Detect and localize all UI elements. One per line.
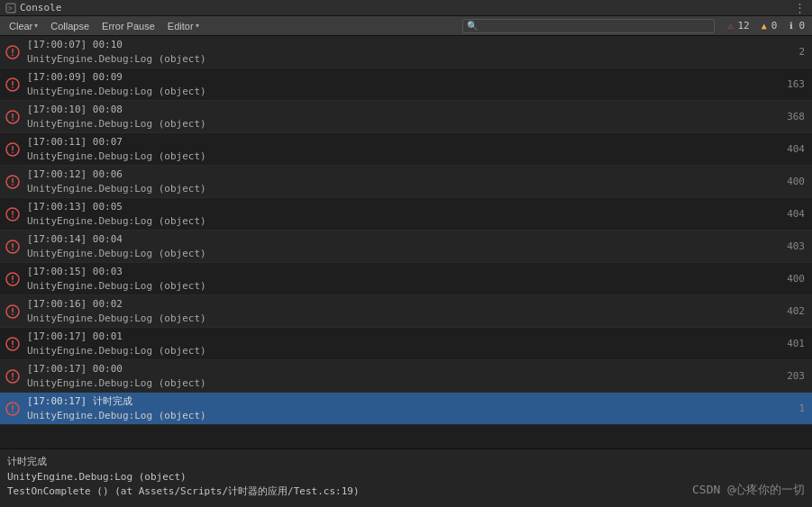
log-msg: UnityEngine.Debug:Log (object) xyxy=(27,52,780,66)
log-time: [17:00:17] 00:00 xyxy=(27,362,780,376)
console-icon: >_ xyxy=(5,3,16,14)
svg-text:!: ! xyxy=(10,306,16,318)
title-menu-button[interactable]: ⋮ xyxy=(794,1,807,14)
clear-button[interactable]: Clear ▾ xyxy=(4,18,43,34)
log-error-icon: ! xyxy=(4,238,22,256)
log-time: [17:00:10] 00:08 xyxy=(27,103,780,116)
log-count: 404 xyxy=(780,208,808,220)
bottom-line1: 计时完成 xyxy=(7,455,360,470)
svg-text:>_: >_ xyxy=(8,5,16,13)
title-label: Console xyxy=(20,2,61,14)
log-time: [17:00:16] 00:02 xyxy=(27,297,780,311)
watermark: CSDN @心疼你的一切 xyxy=(692,482,805,502)
log-error-icon: ! xyxy=(4,400,22,418)
log-time: [17:00:17] 计时完成 xyxy=(27,394,780,408)
info-icon: ℹ xyxy=(786,21,797,32)
log-msg: UnityEngine.Debug:Log (object) xyxy=(27,344,780,358)
toolbar: Clear ▾ Collapse Error Pause Editor ▾ 🔍 … xyxy=(0,16,812,36)
bottom-panel: 计时完成 UnityEngine.Debug:Log (object) Test… xyxy=(0,448,812,507)
collapse-button[interactable]: Collapse xyxy=(45,18,95,34)
log-error-icon: ! xyxy=(4,140,22,158)
log-row[interactable]: ! [17:00:09] 00:09 UnityEngine.Debug:Log… xyxy=(0,68,812,101)
log-count: 1 xyxy=(780,403,808,414)
svg-text:!: ! xyxy=(10,403,16,415)
warning-icon: ▲ xyxy=(759,21,770,32)
log-time: [17:00:12] 00:06 xyxy=(27,167,780,181)
log-list[interactable]: ! [17:00:07] 00:10 UnityEngine.Debug:Log… xyxy=(0,36,812,468)
log-error-icon: ! xyxy=(4,303,22,321)
editor-button[interactable]: Editor ▾ xyxy=(162,18,205,34)
log-row[interactable]: ! [17:00:10] 00:08 UnityEngine.Debug:Log… xyxy=(0,101,812,133)
log-error-icon: ! xyxy=(4,76,22,94)
log-count: 203 xyxy=(780,370,808,382)
log-error-icon: ! xyxy=(4,205,22,223)
log-row[interactable]: ! [17:00:17] 00:00 UnityEngine.Debug:Log… xyxy=(0,360,812,393)
log-msg: UnityEngine.Debug:Log (object) xyxy=(27,214,780,228)
svg-text:!: ! xyxy=(10,209,16,221)
log-count: 404 xyxy=(780,143,808,155)
log-time: [17:00:17] 00:01 xyxy=(27,330,780,343)
log-row[interactable]: ! [17:00:15] 00:03 UnityEngine.Debug:Log… xyxy=(0,263,812,295)
error-pause-button[interactable]: Error Pause xyxy=(96,18,160,34)
warning-badge[interactable]: ▲ 0 xyxy=(755,18,781,34)
svg-text:!: ! xyxy=(10,177,16,188)
bottom-line3: TestOnComplete () (at Assets/Scripts/计时器… xyxy=(7,484,360,500)
warning-count: 0 xyxy=(771,20,778,32)
log-msg: UnityEngine.Debug:Log (object) xyxy=(27,117,780,131)
log-time: [17:00:13] 00:05 xyxy=(27,200,780,213)
log-count: 400 xyxy=(780,273,808,285)
bottom-log-detail: 计时完成 UnityEngine.Debug:Log (object) Test… xyxy=(7,455,360,500)
svg-text:!: ! xyxy=(10,144,16,156)
bottom-line2: UnityEngine.Debug:Log (object) xyxy=(7,470,360,485)
svg-text:!: ! xyxy=(10,371,16,383)
svg-text:!: ! xyxy=(10,339,16,350)
log-msg: UnityEngine.Debug:Log (object) xyxy=(27,409,780,422)
error-icon: ⚠ xyxy=(725,21,736,32)
log-row[interactable]: ! [17:00:13] 00:05 UnityEngine.Debug:Log… xyxy=(0,198,812,231)
log-row[interactable]: ! [17:00:07] 00:10 UnityEngine.Debug:Log… xyxy=(0,36,812,68)
log-row[interactable]: ! [17:00:16] 00:02 UnityEngine.Debug:Log… xyxy=(0,295,812,328)
log-row[interactable]: ! [17:00:12] 00:06 UnityEngine.Debug:Log… xyxy=(0,166,812,198)
search-icon: 🔍 xyxy=(467,21,478,31)
log-count: 163 xyxy=(780,78,808,90)
log-error-icon: ! xyxy=(4,270,22,288)
log-count: 401 xyxy=(780,338,808,349)
svg-text:!: ! xyxy=(10,79,16,91)
svg-text:!: ! xyxy=(10,47,16,59)
log-count: 403 xyxy=(780,240,808,252)
log-row[interactable]: ! [17:00:17] 计时完成 UnityEngine.Debug:Log … xyxy=(0,393,812,425)
log-time: [17:00:09] 00:09 xyxy=(27,70,780,84)
log-msg: UnityEngine.Debug:Log (object) xyxy=(27,85,780,98)
search-container: 🔍 xyxy=(462,19,715,33)
error-count: 12 xyxy=(738,20,750,32)
log-error-icon: ! xyxy=(4,367,22,385)
log-msg: UnityEngine.Debug:Log (object) xyxy=(27,247,780,260)
log-time: [17:00:14] 00:04 xyxy=(27,232,780,246)
log-count: 402 xyxy=(780,305,808,317)
log-error-icon: ! xyxy=(4,43,22,61)
log-row[interactable]: ! [17:00:17] 00:01 UnityEngine.Debug:Log… xyxy=(0,328,812,360)
log-msg: UnityEngine.Debug:Log (object) xyxy=(27,376,780,390)
log-count: 2 xyxy=(780,46,808,58)
log-time: [17:00:07] 00:10 xyxy=(27,38,780,51)
editor-dropdown-arrow: ▾ xyxy=(196,22,199,30)
info-count: 0 xyxy=(798,20,805,32)
log-row[interactable]: ! [17:00:14] 00:04 UnityEngine.Debug:Log… xyxy=(0,231,812,263)
log-msg: UnityEngine.Debug:Log (object) xyxy=(27,149,780,163)
svg-text:!: ! xyxy=(10,112,16,123)
log-count: 400 xyxy=(780,176,808,187)
log-time: [17:00:11] 00:07 xyxy=(27,135,780,149)
search-input[interactable] xyxy=(480,21,710,32)
log-time: [17:00:15] 00:03 xyxy=(27,265,780,278)
log-row[interactable]: ! [17:00:11] 00:07 UnityEngine.Debug:Log… xyxy=(0,133,812,166)
log-msg: UnityEngine.Debug:Log (object) xyxy=(27,279,780,293)
log-error-icon: ! xyxy=(4,335,22,353)
status-badges: ⚠ 12 ▲ 0 ℹ 0 xyxy=(722,18,809,34)
clear-dropdown-arrow: ▾ xyxy=(34,22,38,30)
log-msg: UnityEngine.Debug:Log (object) xyxy=(27,182,780,195)
info-badge[interactable]: ℹ 0 xyxy=(782,18,808,34)
svg-text:!: ! xyxy=(10,241,16,253)
error-badge[interactable]: ⚠ 12 xyxy=(722,18,753,34)
log-error-icon: ! xyxy=(4,173,22,191)
log-msg: UnityEngine.Debug:Log (object) xyxy=(27,312,780,325)
